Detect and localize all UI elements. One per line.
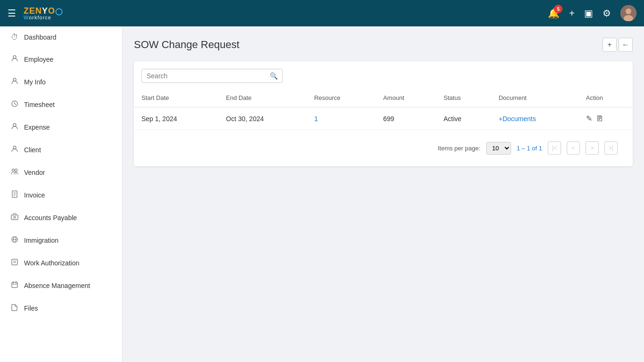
svg-rect-14 — [11, 215, 18, 220]
absence-management-icon — [11, 281, 18, 290]
sidebar-item-label-accounts-payable: Accounts Payable — [24, 214, 77, 222]
expense-icon — [11, 123, 18, 132]
settings-icon[interactable]: ⚙ — [603, 8, 611, 19]
back-button[interactable]: ← — [619, 38, 633, 52]
sidebar-item-absence-management[interactable]: Absence Management — [0, 274, 122, 297]
logo-text: ZENYO◯ — [24, 7, 63, 15]
files-icon — [11, 304, 18, 313]
svg-point-3 — [13, 56, 16, 58]
svg-rect-19 — [12, 259, 17, 265]
prev-page-button[interactable]: < — [567, 141, 580, 155]
col-end-date: End Date — [218, 89, 306, 107]
add-record-button[interactable]: + — [603, 38, 617, 52]
table-header: Start DateEnd DateResourceAmountStatusDo… — [134, 89, 633, 107]
end-date-cell: Oct 30, 2024 — [218, 107, 306, 130]
start-date-cell: Sep 1, 2024 — [134, 107, 218, 130]
sidebar-item-label-timesheet: Timesheet — [24, 101, 55, 108]
employee-icon — [11, 55, 18, 64]
action-cell: ✎🖹 — [578, 107, 633, 130]
search-input[interactable] — [147, 72, 270, 80]
hamburger-icon[interactable]: ☰ — [8, 8, 16, 19]
sidebar-item-expense[interactable]: Expense — [0, 116, 122, 139]
documents-link[interactable]: +Documents — [499, 115, 536, 123]
dashboard-icon: ⏱ — [11, 33, 18, 41]
work-authorization-icon — [11, 258, 18, 268]
table-row: Sep 1, 2024Oct 30, 20241699Active+Docume… — [134, 107, 633, 130]
notifications-button[interactable]: 🔔 5 — [548, 8, 560, 19]
card-toolbar: 🔍 — [134, 61, 633, 89]
user-avatar[interactable] — [620, 5, 636, 21]
add-icon[interactable]: + — [569, 8, 575, 19]
amount-cell: 699 — [376, 107, 436, 130]
page-title: SOW Change Request — [134, 39, 239, 51]
items-per-page-select[interactable]: 5102550 — [486, 142, 511, 155]
table-footer: Items per page: 5102550 1 – 1 of 1 |< < … — [134, 130, 633, 166]
sidebar-item-employee[interactable]: Employee — [0, 48, 122, 71]
col-resource: Resource — [306, 89, 375, 107]
sidebar-item-timesheet[interactable]: Timesheet — [0, 93, 122, 116]
svg-point-15 — [14, 216, 16, 218]
resource-cell: 1 — [306, 107, 375, 130]
pagination-row: Items per page: 5102550 1 – 1 of 1 |< < … — [134, 130, 633, 166]
search-box[interactable]: 🔍 — [141, 69, 283, 83]
edit-icon[interactable]: ✎ — [586, 114, 592, 123]
sidebar-item-my-info[interactable]: My Info — [0, 71, 122, 93]
next-page-button[interactable]: > — [586, 141, 599, 155]
sidebar-item-invoice[interactable]: Invoice — [0, 184, 122, 206]
document-icon[interactable]: 🖹 — [596, 115, 603, 123]
document-cell: +Documents — [491, 107, 578, 130]
sidebar-item-client[interactable]: Client — [0, 139, 122, 161]
col-start-date: Start Date — [134, 89, 218, 107]
sidebar-item-files[interactable]: Files — [0, 297, 122, 320]
sidebar-items: ⏱DashboardEmployeeMy InfoTimesheetExpens… — [0, 26, 122, 320]
sidebar-item-label-client: Client — [24, 146, 41, 154]
pagination-cell: Items per page: 5102550 1 – 1 of 1 |< < … — [134, 130, 633, 166]
table-header-row: Start DateEnd DateResourceAmountStatusDo… — [134, 89, 633, 107]
sow-table: Start DateEnd DateResourceAmountStatusDo… — [134, 89, 633, 166]
sidebar-item-label-dashboard: Dashboard — [24, 33, 57, 41]
status-cell: Active — [436, 107, 491, 130]
page-info: 1 – 1 of 1 — [517, 145, 542, 152]
col-status: Status — [436, 89, 491, 107]
main-content: SOW Change Request + ← 🔍 Start DateEnd D… — [123, 26, 644, 362]
col-document: Document — [491, 89, 578, 107]
invoice-icon — [11, 190, 18, 200]
svg-point-1 — [626, 8, 631, 14]
header-actions: + ← — [603, 38, 633, 52]
my-info-icon — [11, 77, 18, 87]
first-page-button[interactable]: |< — [548, 141, 561, 155]
last-page-button[interactable]: >| — [604, 141, 618, 155]
pagination-controls: Items per page: 5102550 1 – 1 of 1 |< < … — [141, 137, 625, 159]
table-body: Sep 1, 2024Oct 30, 20241699Active+Docume… — [134, 107, 633, 130]
immigration-icon — [11, 236, 18, 245]
sidebar-item-label-absence-management: Absence Management — [24, 282, 90, 289]
vendor-icon — [11, 168, 18, 177]
svg-point-7 — [13, 146, 16, 149]
sidebar-item-dashboard[interactable]: ⏱Dashboard — [0, 26, 122, 48]
items-per-page-label: Items per page: — [438, 145, 480, 152]
sidebar-item-accounts-payable[interactable]: Accounts Payable — [0, 206, 122, 229]
sidebar-item-vendor[interactable]: Vendor — [0, 161, 122, 184]
sidebar: ⏱DashboardEmployeeMy InfoTimesheetExpens… — [0, 26, 123, 362]
sidebar-item-work-authorization[interactable]: Work Authorization — [0, 252, 122, 274]
client-icon — [11, 145, 18, 155]
logo-circle-icon: ◯ — [55, 8, 63, 15]
svg-point-9 — [15, 169, 17, 172]
svg-point-6 — [13, 123, 16, 126]
nav-left: ☰ ZENYO◯ Workforce — [8, 7, 63, 20]
sidebar-item-label-expense: Expense — [24, 123, 50, 131]
svg-point-4 — [13, 78, 16, 81]
nav-right: 🔔 5 + ▣ ⚙ — [548, 5, 636, 21]
logo-subtitle: Workforce — [24, 15, 63, 20]
sidebar-item-label-invoice: Invoice — [24, 191, 45, 199]
action-buttons: ✎🖹 — [586, 114, 625, 123]
col-action: Action — [578, 89, 633, 107]
grid-icon[interactable]: ▣ — [584, 8, 593, 19]
main-layout: ⏱DashboardEmployeeMy InfoTimesheetExpens… — [0, 26, 644, 362]
search-icon: 🔍 — [270, 72, 278, 80]
app-logo: ZENYO◯ Workforce — [24, 7, 63, 20]
accounts-payable-icon — [11, 213, 18, 222]
sidebar-item-immigration[interactable]: Immigration — [0, 229, 122, 252]
notification-badge: 5 — [554, 5, 562, 13]
sidebar-item-label-my-info: My Info — [24, 78, 46, 86]
